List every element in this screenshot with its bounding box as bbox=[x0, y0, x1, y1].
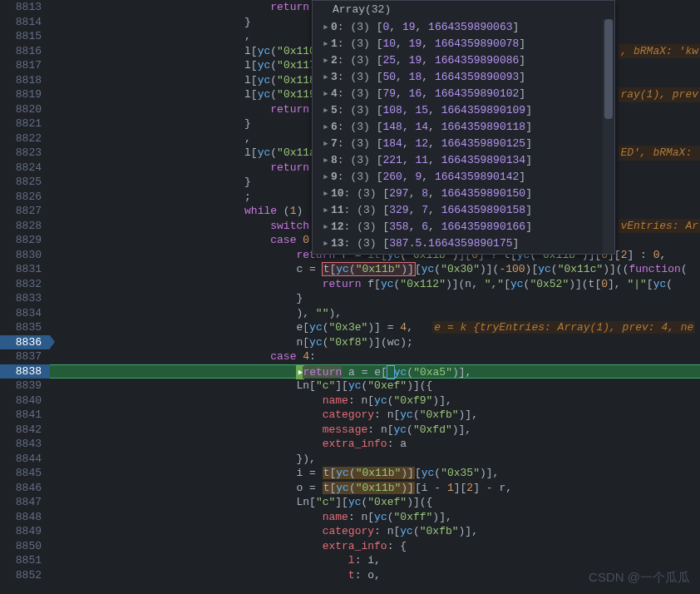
line-number[interactable]: 8822 bbox=[0, 131, 50, 146]
code-line[interactable]: category: n[yc("0xfb")], bbox=[50, 408, 700, 423]
debug-array-entry[interactable]: ▸6: (3) [148, 14, 1664359890118] bbox=[313, 119, 614, 136]
code-line[interactable]: c = t[yc("0x11b")][yc("0x30")](-100)[yc(… bbox=[50, 262, 700, 277]
line-number[interactable]: 8842 bbox=[0, 423, 50, 438]
code-line[interactable]: name: n[yc("0xff")], bbox=[50, 510, 700, 525]
code-line[interactable]: o = t[yc("0x11b")][i - 1][2] - r, bbox=[50, 481, 700, 496]
code-line[interactable]: i = t[yc("0x11b")][yc("0x35")], bbox=[50, 466, 700, 481]
code-line[interactable]: case 4: bbox=[50, 349, 700, 364]
code-line[interactable]: category: n[yc("0xfb")], bbox=[50, 524, 700, 539]
line-number[interactable]: 8820 bbox=[0, 102, 50, 117]
line-number[interactable]: 8852 bbox=[0, 568, 50, 583]
code-line[interactable]: name: n[yc("0xf9")], bbox=[50, 394, 700, 408]
debug-panel-scrollbar[interactable] bbox=[603, 19, 614, 254]
line-number[interactable]: 8851 bbox=[0, 553, 50, 568]
code-line[interactable]: e[yc("0x3e")] = 4, e = k {tryEntries: Ar… bbox=[50, 320, 700, 335]
line-number-gutter[interactable]: 8813881488158816881788188819882088218822… bbox=[0, 0, 50, 594]
line-number[interactable]: 8834 bbox=[0, 306, 50, 321]
line-number[interactable]: 8837 bbox=[0, 349, 50, 364]
code-line[interactable]: ), ""), bbox=[50, 306, 700, 321]
line-number[interactable]: 8845 bbox=[0, 466, 50, 481]
debug-array-entry[interactable]: ▸2: (3) [25, 19, 1664359890086] bbox=[313, 52, 614, 69]
debug-array-entry[interactable]: ▸3: (3) [50, 18, 1664359890093] bbox=[313, 69, 614, 86]
line-number[interactable]: 8847 bbox=[0, 495, 50, 510]
line-number[interactable]: 8821 bbox=[0, 116, 50, 131]
line-number[interactable]: 8836 bbox=[0, 335, 50, 350]
line-number[interactable]: 8816 bbox=[0, 44, 50, 59]
code-line[interactable]: t: o, bbox=[50, 568, 700, 583]
code-line[interactable]: Ln["c"][yc("0xef")]({ bbox=[50, 379, 700, 394]
line-number[interactable]: 8829 bbox=[0, 233, 50, 248]
line-number[interactable]: 8838 bbox=[0, 364, 50, 379]
line-number[interactable]: 8846 bbox=[0, 481, 50, 496]
line-number[interactable]: 8825 bbox=[0, 175, 50, 190]
debug-panel-header: Array(32) bbox=[313, 1, 614, 19]
line-number[interactable]: 8817 bbox=[0, 58, 50, 73]
line-number[interactable]: 8841 bbox=[0, 408, 50, 423]
code-line[interactable]: return f[yc("0x112")](n, ","[yc("0x52")]… bbox=[50, 277, 700, 292]
debug-array-entry[interactable]: ▸10: (3) [297, 8, 1664359890150] bbox=[313, 186, 614, 202]
line-number[interactable]: 8814 bbox=[0, 15, 50, 30]
code-line[interactable]: ▸return a = e[ yc("0xa5")], bbox=[50, 364, 700, 379]
code-line[interactable]: message: n[yc("0xfd")], bbox=[50, 423, 700, 438]
line-number[interactable]: 8813 bbox=[0, 0, 50, 15]
line-number[interactable]: 8826 bbox=[0, 190, 50, 205]
line-number[interactable]: 8831 bbox=[0, 262, 50, 277]
line-number[interactable]: 8830 bbox=[0, 248, 50, 263]
debug-array-entry[interactable]: ▸11: (3) [329, 7, 1664359890158] bbox=[313, 202, 614, 219]
line-number[interactable]: 8843 bbox=[0, 437, 50, 452]
debug-array-entry[interactable]: ▸1: (3) [10, 19, 1664359890078] bbox=[313, 36, 614, 52]
debug-array-entry[interactable]: ▸4: (3) [79, 16, 1664359890102] bbox=[313, 86, 614, 102]
line-number[interactable]: 8823 bbox=[0, 146, 50, 161]
debug-array-entry[interactable]: ▸8: (3) [221, 11, 1664359890134] bbox=[313, 152, 614, 169]
debug-array-entry[interactable]: ▸9: (3) [260, 9, 1664359890142] bbox=[313, 169, 614, 186]
code-line[interactable]: } bbox=[50, 291, 700, 306]
code-line[interactable]: n[yc("0xf8")](wc); bbox=[50, 335, 700, 350]
line-number[interactable]: 8832 bbox=[0, 277, 50, 292]
line-number[interactable]: 8824 bbox=[0, 161, 50, 176]
line-number[interactable]: 8844 bbox=[0, 452, 50, 467]
line-number[interactable]: 8828 bbox=[0, 219, 50, 234]
debug-array-entry[interactable]: ▸0: (3) [0, 19, 1664359890063] bbox=[313, 19, 614, 36]
debug-array-entry[interactable]: ▸5: (3) [108, 15, 1664359890109] bbox=[313, 102, 614, 119]
code-line[interactable]: }), bbox=[50, 452, 700, 467]
line-number[interactable]: 8833 bbox=[0, 291, 50, 306]
code-line[interactable]: extra_info: a bbox=[50, 437, 700, 452]
line-number[interactable]: 8818 bbox=[0, 73, 50, 88]
line-number[interactable]: 8840 bbox=[0, 394, 50, 408]
code-line[interactable]: extra_info: { bbox=[50, 539, 700, 554]
debug-array-entry[interactable]: ▸13: (3) [387.5.1664359890175] bbox=[313, 235, 614, 252]
line-number[interactable]: 8848 bbox=[0, 510, 50, 525]
debug-hover-panel[interactable]: Array(32) ▸0: (3) [0, 19, 1664359890063]… bbox=[312, 0, 615, 255]
line-number[interactable]: 8819 bbox=[0, 87, 50, 102]
line-number[interactable]: 8850 bbox=[0, 539, 50, 554]
line-number[interactable]: 8839 bbox=[0, 379, 50, 394]
debug-array-entry[interactable]: ▸12: (3) [358, 6, 1664359890166] bbox=[313, 219, 614, 235]
line-number[interactable]: 8849 bbox=[0, 524, 50, 539]
scrollbar-thumb[interactable] bbox=[604, 19, 613, 119]
debug-array-entry[interactable]: ▸7: (3) [184, 12, 1664359890125] bbox=[313, 136, 614, 152]
line-number[interactable]: 8835 bbox=[0, 320, 50, 335]
code-line[interactable]: l: i, bbox=[50, 553, 700, 568]
line-number[interactable]: 8815 bbox=[0, 29, 50, 44]
line-number[interactable]: 8827 bbox=[0, 204, 50, 219]
code-line[interactable]: Ln["c"][yc("0xef")]({ bbox=[50, 495, 700, 510]
